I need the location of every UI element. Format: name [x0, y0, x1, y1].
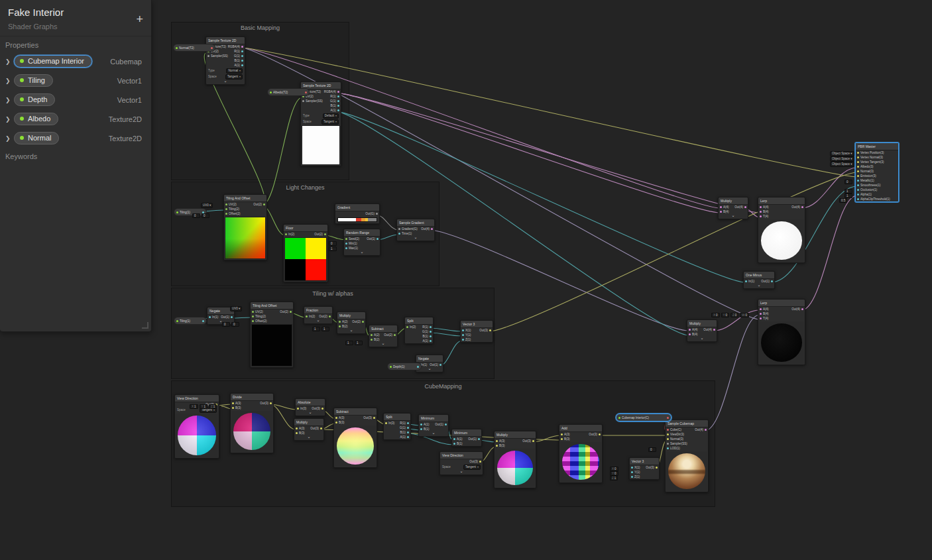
port-dot-icon[interactable] [667, 447, 669, 449]
collapse-chevron-icon[interactable]: ⌄ [344, 251, 380, 255]
output-port[interactable]: G(1) [234, 54, 243, 58]
input-port[interactable]: A(4) [760, 308, 769, 311]
add-property-button[interactable]: + [136, 15, 143, 24]
port-dot-icon[interactable] [857, 189, 859, 191]
node-sample-gradient[interactable]: Sample GradientGradient(G)Out(4)Time(1)⌄ [396, 219, 435, 241]
graph-pill-prop-tiling-b[interactable]: Tiling(1) [174, 317, 207, 325]
input-port[interactable]: A(3) [232, 402, 241, 405]
port-dot-icon[interactable] [406, 326, 408, 328]
output-port[interactable]: Out(2) [384, 333, 396, 337]
value-field[interactable]: 0 [329, 241, 337, 246]
node-multiply-r2[interactable]: MultiplyA(4)Out(4)B(4)⌄ [687, 319, 717, 342]
value-field[interactable]: 1 [321, 327, 329, 331]
input-port[interactable]: B(4) [760, 312, 769, 315]
port-dot-icon[interactable] [801, 308, 803, 310]
port-dot-icon[interactable] [305, 91, 307, 93]
property-pill-cubemap-interior[interactable]: Cubemap Interior [14, 55, 92, 68]
port-dot-icon[interactable] [297, 408, 299, 410]
collapse-chevron-icon[interactable]: ⌄ [440, 470, 483, 475]
collapse-chevron-icon[interactable]: ⌄ [304, 319, 332, 323]
port-dot-icon[interactable] [667, 429, 669, 431]
input-port[interactable]: Time(1) [398, 232, 412, 235]
port-dot-icon[interactable] [760, 211, 762, 213]
port-dot-icon[interactable] [417, 366, 419, 368]
port-dot-icon[interactable] [362, 321, 364, 323]
port-dot-icon[interactable] [225, 208, 227, 210]
port-dot-icon[interactable] [398, 233, 400, 235]
port-dot-icon[interactable] [420, 428, 422, 430]
node-gradient[interactable]: GradientOut(G) [335, 203, 380, 224]
expand-chevron-icon[interactable]: ❯ [5, 97, 14, 103]
input-port[interactable]: Cube(C) [667, 428, 681, 431]
node-multiply-c2[interactable]: MultiplyA(3)Out(3)B(3) [494, 431, 536, 488]
input-port[interactable]: In(1) [209, 315, 218, 319]
output-port[interactable]: Out(4) [791, 308, 803, 311]
collapse-chevron-icon[interactable]: ⌄ [206, 80, 245, 84]
control-dropdown[interactable]: Tangent▾ [225, 74, 243, 80]
port-dot-icon[interactable] [479, 461, 481, 463]
input-port[interactable]: B(1) [453, 442, 463, 445]
input-port[interactable]: A(3) [296, 427, 305, 430]
port-dot-icon[interactable] [720, 211, 722, 213]
dropdown-space-2[interactable]: Object Space ▾ [830, 156, 854, 162]
output-port[interactable]: Out(3) [646, 466, 658, 469]
port-dot-icon[interactable] [241, 46, 243, 48]
port-dot-icon[interactable] [760, 206, 762, 208]
port-dot-icon[interactable] [407, 431, 409, 433]
port-dot-icon[interactable] [561, 438, 563, 440]
output-port[interactable]: R(1) [400, 421, 409, 425]
collapse-chevron-icon[interactable]: ⌄ [687, 337, 717, 341]
port-dot-icon[interactable] [857, 180, 859, 182]
value-field[interactable]: X0 [610, 467, 618, 471]
input-port[interactable]: X(1) [631, 466, 640, 469]
output-port[interactable]: R(1) [330, 95, 339, 98]
dropdown-uv-channel-2[interactable]: UV0 ▾ [230, 306, 242, 311]
port-dot-icon[interactable] [462, 334, 464, 336]
port-dot-icon[interactable] [345, 247, 347, 249]
input-port[interactable]: X(1) [462, 329, 471, 332]
node-multiply-a[interactable]: MultiplyA(2)Out(2)B(2)⌄ [337, 311, 366, 334]
input-port[interactable]: T(4) [760, 317, 768, 320]
output-port[interactable]: Out(1) [468, 437, 480, 441]
port-dot-icon[interactable] [713, 329, 715, 331]
output-port[interactable]: Out(3) [312, 407, 323, 410]
control-dropdown[interactable]: Normal▾ [226, 68, 243, 74]
input-port[interactable]: Alpha(1) [857, 193, 872, 196]
port-dot-icon[interactable] [202, 320, 204, 322]
value-field[interactable]: 1 [329, 247, 337, 251]
port-dot-icon[interactable] [407, 427, 409, 429]
port-dot-icon[interactable] [496, 440, 498, 442]
value-field[interactable]: Y0 [610, 471, 618, 476]
port-dot-icon[interactable] [667, 417, 669, 419]
value-field[interactable]: 0 [648, 447, 656, 452]
port-dot-icon[interactable] [489, 329, 491, 331]
node-multiply-c1[interactable]: MultiplyA(3)Out(3)B(3)⌄ [294, 418, 324, 441]
port-dot-icon[interactable] [857, 156, 859, 158]
input-port[interactable]: Vertex Tangent(3) [857, 160, 884, 164]
port-dot-icon[interactable] [335, 417, 337, 419]
input-port[interactable]: Sampler(SS) [207, 54, 228, 58]
property-pill-tiling[interactable]: Tiling [14, 74, 53, 87]
port-dot-icon[interactable] [689, 329, 691, 331]
port-dot-icon[interactable] [631, 476, 633, 478]
port-dot-icon[interactable] [462, 339, 464, 341]
collapse-chevron-icon[interactable]: ⌄ [419, 431, 448, 436]
port-dot-icon[interactable] [337, 95, 339, 97]
port-dot-icon[interactable] [241, 60, 243, 62]
input-port[interactable]: AlphaClipThreshold(1) [857, 197, 890, 201]
output-port[interactable]: Out(4) [703, 328, 715, 331]
input-port[interactable]: B(3) [232, 406, 241, 410]
port-dot-icon[interactable] [439, 364, 441, 366]
port-dot-icon[interactable] [345, 243, 347, 245]
input-port[interactable]: UV(2) [252, 310, 263, 313]
port-dot-icon[interactable] [705, 429, 707, 431]
node-sample-cubemap[interactable]: Sample CubemapCube(C)Out(4)ViewDir(3)Nor… [665, 420, 709, 492]
value-field[interactable]: 0 [192, 213, 200, 218]
port-dot-icon[interactable] [407, 436, 409, 438]
input-port[interactable]: In(2) [406, 325, 416, 329]
port-dot-icon[interactable] [306, 315, 308, 317]
output-port[interactable]: Out(3) [522, 439, 534, 443]
group-tiling-alphas[interactable]: Tiling w/ alphas [171, 288, 495, 379]
value-field[interactable]: 1 [845, 189, 852, 194]
output-port[interactable]: Out(3) [479, 329, 491, 332]
